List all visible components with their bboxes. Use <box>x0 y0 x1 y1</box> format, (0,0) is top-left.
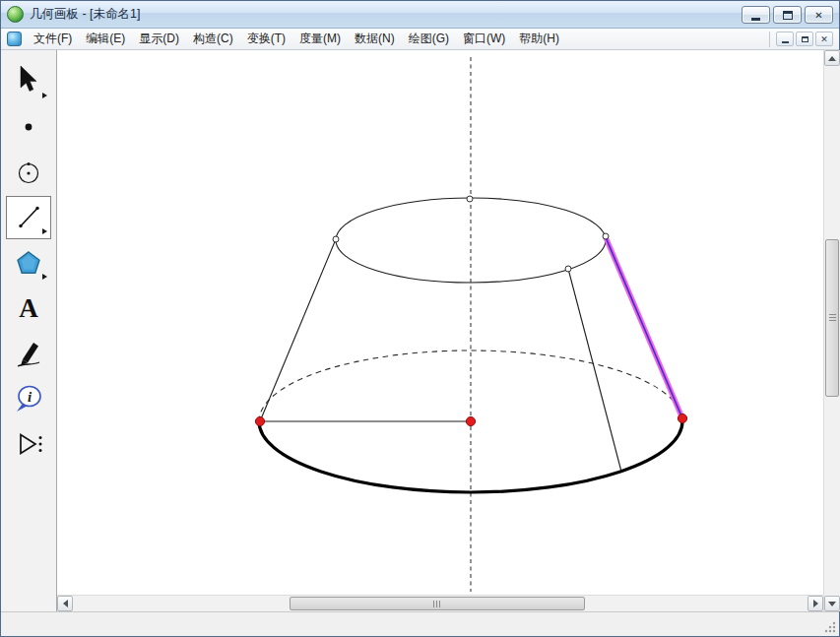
tool-polygon[interactable] <box>6 241 51 285</box>
tool-palette: A i <box>1 50 57 611</box>
separator <box>769 32 770 47</box>
tool-custom[interactable] <box>6 422 51 466</box>
top-left-point[interactable] <box>333 236 339 242</box>
tool-selection-arrow[interactable] <box>6 60 51 103</box>
status-bar <box>1 611 839 636</box>
scroll-right-button[interactable] <box>808 596 823 611</box>
close-button[interactable]: ✕ <box>805 6 833 24</box>
mdi-restore-button[interactable] <box>796 32 813 46</box>
menu-edit[interactable]: 编辑(E) <box>79 28 132 50</box>
tool-marker[interactable] <box>6 332 51 375</box>
resize-grip[interactable] <box>823 620 837 634</box>
point-icon <box>9 107 48 147</box>
scroll-right-icon <box>813 600 818 607</box>
flyout-arrow-icon <box>42 93 47 98</box>
center-point[interactable] <box>466 416 475 425</box>
menu-measure[interactable]: 度量(M) <box>292 28 348 50</box>
scroll-down-button[interactable] <box>824 596 840 611</box>
mdi-minimize-button[interactable] <box>776 32 794 46</box>
scroll-down-icon <box>828 602 836 606</box>
left-lateral-segment[interactable] <box>260 239 336 421</box>
menu-help[interactable]: 帮助(H) <box>512 28 566 50</box>
text-tool-icon: A <box>19 295 38 322</box>
minimize-icon <box>751 18 760 21</box>
horizontal-scrollbar[interactable] <box>57 595 823 611</box>
flyout-arrow-icon <box>42 228 47 234</box>
tool-information[interactable]: i <box>6 377 51 420</box>
mdi-minimize-icon <box>782 41 789 43</box>
frustum-sketch <box>57 50 823 595</box>
mdi-close-button[interactable]: ✕ <box>815 32 833 46</box>
bottom-left-point[interactable] <box>255 416 264 425</box>
menu-bar: 文件(F) 编辑(E) 显示(D) 构造(C) 变换(T) 度量(M) 数据(N… <box>1 29 839 50</box>
mdi-close-icon: ✕ <box>820 34 828 44</box>
mdi-restore-icon <box>802 36 808 42</box>
scroll-left-button[interactable] <box>57 596 73 611</box>
menu-data[interactable]: 数据(N) <box>348 28 402 50</box>
top-inner-point[interactable] <box>565 266 571 272</box>
tool-segment[interactable] <box>6 196 51 239</box>
top-center-point[interactable] <box>467 196 473 202</box>
flyout-arrow-icon <box>42 274 47 280</box>
tool-text[interactable]: A <box>6 287 51 330</box>
tool-point[interactable] <box>6 105 51 149</box>
app-window: 几何画板 - [未命名1] ✕ 文件(F) 编辑(E) 显示(D) 构造(C) … <box>0 0 840 637</box>
mdi-window-controls: ✕ <box>769 32 835 47</box>
inner-lateral-segment[interactable] <box>568 269 621 472</box>
main-area: A i <box>1 50 839 611</box>
scroll-up-button[interactable] <box>824 50 840 66</box>
close-icon: ✕ <box>814 10 822 21</box>
thumb-grip-icon <box>829 314 836 323</box>
sketch-canvas[interactable] <box>57 50 823 595</box>
bottom-right-point[interactable] <box>678 414 686 422</box>
horizontal-scroll-thumb[interactable] <box>290 597 585 610</box>
maximize-button[interactable] <box>773 6 802 24</box>
top-right-point[interactable] <box>603 233 609 239</box>
custom-tool-icon <box>9 424 48 464</box>
marker-icon <box>9 334 48 373</box>
app-icon <box>7 6 24 23</box>
menu-graph[interactable]: 绘图(G) <box>402 28 456 50</box>
thumb-grip-icon <box>433 601 442 607</box>
menu-construct[interactable]: 构造(C) <box>186 28 240 50</box>
vertical-scrollbar[interactable] <box>823 50 840 611</box>
scroll-up-icon <box>828 56 836 61</box>
window-title: 几何画板 - [未命名1] <box>30 6 141 23</box>
highlighted-lateral-segment-core[interactable] <box>606 237 682 418</box>
document-icon <box>7 32 22 46</box>
title-bar[interactable]: 几何画板 - [未命名1] ✕ <box>1 1 839 29</box>
caption-buttons: ✕ <box>742 6 833 24</box>
menu-transform[interactable]: 变换(T) <box>240 28 292 50</box>
scroll-left-icon <box>63 600 68 607</box>
information-icon: i <box>9 379 48 418</box>
menu-display[interactable]: 显示(D) <box>132 28 186 50</box>
vertical-scroll-thumb[interactable] <box>825 239 839 397</box>
menu-window[interactable]: 窗口(W) <box>456 28 512 50</box>
tool-compass[interactable] <box>6 151 51 194</box>
menu-file[interactable]: 文件(F) <box>27 28 79 50</box>
compass-icon <box>9 153 48 192</box>
minimize-button[interactable] <box>742 6 770 24</box>
maximize-icon <box>783 11 793 20</box>
